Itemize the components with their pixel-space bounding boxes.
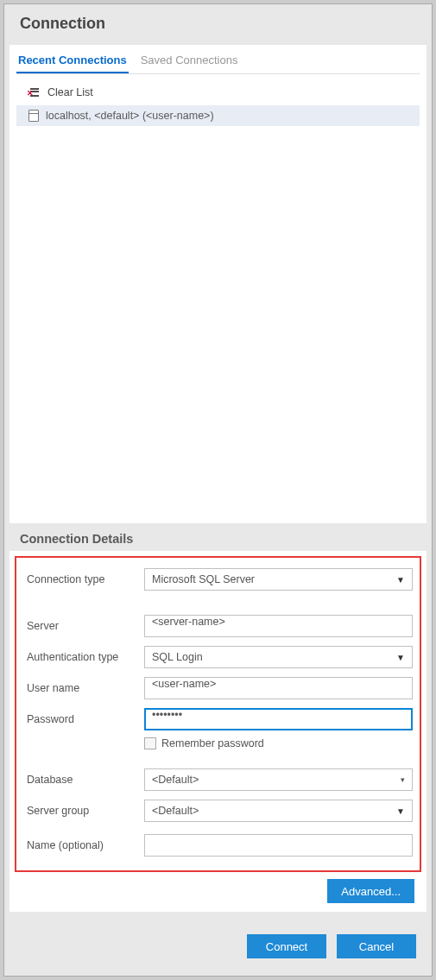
- database-value: <Default>: [152, 774, 199, 786]
- password-label: Password: [23, 713, 144, 725]
- advanced-button[interactable]: Advanced...: [327, 879, 414, 903]
- tab-saved-connections[interactable]: Saved Connections: [139, 50, 240, 73]
- server-input[interactable]: <server-name>: [144, 615, 413, 637]
- dialog-footer: Connect Cancel: [4, 917, 432, 976]
- remember-password-checkbox[interactable]: [144, 737, 156, 749]
- details-title: Connection Details: [20, 532, 416, 546]
- connection-list-item[interactable]: localhost, <default> (<user-name>): [16, 105, 420, 126]
- auth-type-select[interactable]: SQL Login ▼: [144, 646, 413, 668]
- connections-panel: Recent Connections Saved Connections ✕ C…: [9, 45, 427, 523]
- name-optional-input[interactable]: [144, 834, 413, 857]
- auth-type-label: Authentication type: [23, 651, 144, 663]
- chevron-down-icon: ▼: [396, 653, 405, 662]
- cancel-button[interactable]: Cancel: [337, 934, 416, 958]
- server-value: <server-name>: [152, 616, 225, 628]
- chevron-down-icon: ▼: [396, 575, 405, 585]
- connection-dialog: Connection Recent Connections Saved Conn…: [3, 3, 433, 977]
- tab-recent-connections[interactable]: Recent Connections: [16, 50, 129, 73]
- database-label: Database: [23, 774, 144, 786]
- name-optional-label: Name (optional): [23, 839, 144, 851]
- tabs: Recent Connections Saved Connections: [16, 50, 420, 74]
- chevron-down-icon: ▾: [401, 775, 405, 784]
- details-header: Connection Details: [4, 523, 432, 551]
- connection-item-text: localhost, <default> (<user-name>): [46, 110, 214, 122]
- server-label: Server: [23, 620, 144, 632]
- connect-button[interactable]: Connect: [247, 934, 326, 958]
- auth-type-value: SQL Login: [152, 651, 203, 663]
- database-select[interactable]: <Default> ▾: [144, 768, 413, 791]
- clear-list-label: Clear List: [47, 86, 93, 98]
- connection-type-label: Connection type: [23, 573, 144, 585]
- details-panel: Connection type Microsoft SQL Server ▼ S…: [9, 551, 427, 912]
- username-value: <user-name>: [152, 678, 216, 690]
- server-group-value: <Default>: [152, 805, 199, 817]
- username-input[interactable]: <user-name>: [144, 677, 413, 699]
- connection-type-select[interactable]: Microsoft SQL Server ▼: [144, 568, 413, 591]
- clear-list-icon: ✕: [28, 87, 41, 98]
- dialog-header: Connection: [4, 4, 432, 40]
- connection-type-value: Microsoft SQL Server: [152, 573, 255, 585]
- clear-list-button[interactable]: ✕ Clear List: [16, 83, 420, 105]
- database-icon: [28, 110, 39, 122]
- dialog-title: Connection: [20, 15, 416, 33]
- username-label: User name: [23, 682, 144, 694]
- server-group-select[interactable]: <Default> ▼: [144, 800, 413, 822]
- details-highlight-box: Connection type Microsoft SQL Server ▼ S…: [15, 556, 421, 872]
- password-input[interactable]: ••••••••: [144, 708, 413, 730]
- server-group-label: Server group: [23, 805, 144, 817]
- chevron-down-icon: ▼: [396, 806, 405, 816]
- remember-password-label: Remember password: [161, 737, 264, 749]
- password-value: ••••••••: [152, 709, 182, 721]
